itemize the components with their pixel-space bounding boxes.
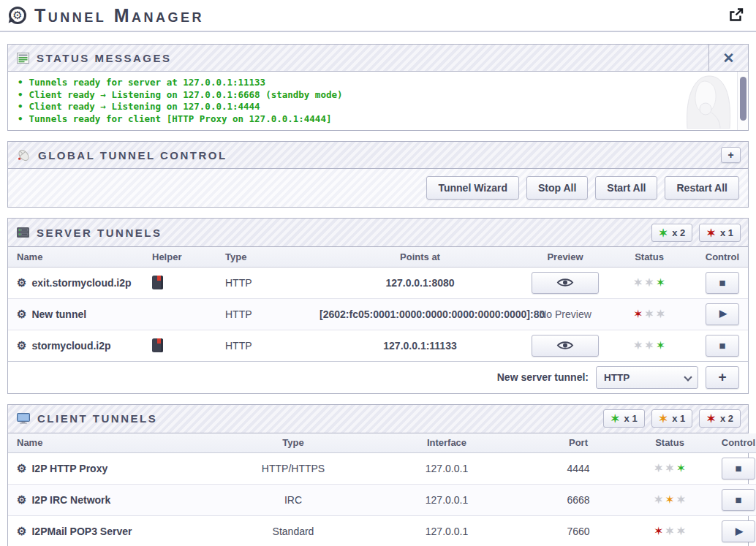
tunnel-type-select-wrap: HTTP (596, 366, 698, 389)
gear-icon: ⚙ (17, 276, 26, 289)
start-all-button[interactable]: Start All (595, 176, 657, 200)
green-star-count-badge: ✶x 2 (651, 224, 693, 242)
server-status-badges: ✶x 2✶x 1 (651, 219, 748, 246)
orange-star-count-badge: ✶x 1 (651, 409, 693, 428)
preview-cell (521, 330, 609, 361)
stop-all-button[interactable]: Stop All (526, 176, 588, 200)
red-star-count-badge: ✶x 1 (699, 224, 741, 242)
toggle-global-control-button[interactable]: + (721, 147, 741, 163)
tunnel-port: 6668 (527, 485, 630, 516)
control-cell: ■ (710, 485, 756, 516)
tunnel-name[interactable]: ⚙stormycloud.i2p (8, 330, 143, 361)
column-header-name: Name (8, 433, 220, 453)
client-tunnel-row: ⚙I2P IRC Network IRC 127.0.0.1 6668 ✶✶✶ … (8, 485, 756, 516)
new-server-tunnel-label: New server tunnel: (497, 371, 589, 383)
gray-star-icon: ✶ (656, 308, 665, 320)
eye-icon (556, 340, 574, 351)
gray-star-icon: ✶ (633, 339, 643, 352)
addressbook-helper-icon[interactable] (152, 276, 163, 289)
add-server-tunnel-button[interactable]: + (706, 366, 739, 389)
column-header-status: Status (630, 433, 710, 453)
client-tunnels-panel: Client Tunnels ✶x 1✶x 1✶x 2 Name Type In… (7, 404, 749, 546)
preview-cell (521, 267, 609, 298)
badge-count: x 1 (720, 227, 733, 238)
green-star-icon: ✶ (656, 339, 665, 352)
tunnel-type: HTTP/HTTPS (220, 453, 366, 485)
tunnel-type-select[interactable]: HTTP (596, 366, 698, 389)
server-tunnels-panel: Server Tunnels ✶x 2✶x 1 Name Helper Type… (7, 218, 749, 394)
global-tunnel-control-title: Global Tunnel Control (38, 149, 227, 162)
tunnel-name[interactable]: ⚙I2P IRC Network (8, 485, 220, 516)
column-header-preview: Preview (521, 247, 609, 267)
gray-star-icon: ✶ (665, 462, 674, 474)
stop-tunnel-button[interactable]: ■ (722, 489, 755, 511)
mouse-icon (17, 149, 31, 162)
server-tunnel-row: ⚙stormycloud.i2p HTTP 127.0.0.1:11133 ✶✶… (8, 330, 748, 361)
preview-button[interactable] (532, 335, 599, 357)
control-cell: ▶ (710, 516, 756, 546)
status-scrollbar[interactable] (737, 72, 748, 130)
points-at-value: 127.0.0.1:8080 (319, 267, 521, 298)
play-tunnel-button[interactable]: ▶ (706, 303, 739, 325)
tunnel-wizard-button[interactable]: Tunnel Wizard (426, 176, 519, 200)
server-tunnels-title: Server Tunnels (37, 227, 162, 239)
gear-icon: ⚙ (17, 308, 26, 320)
tunnel-name[interactable]: ⚙I2PMail POP3 Server (8, 516, 220, 546)
points-at-value: 127.0.0.1:11133 (319, 330, 521, 361)
green-star-icon: ✶ (676, 462, 686, 474)
gray-star-icon: ✶ (654, 462, 663, 474)
gray-star-icon: ✶ (644, 276, 654, 289)
stop-icon: ■ (735, 493, 741, 506)
gear-icon: ⚙ (17, 493, 26, 506)
client-status-badges: ✶x 1✶x 1✶x 2 (603, 405, 748, 433)
preview-button[interactable] (532, 272, 599, 294)
red-star-icon: ✶ (706, 413, 716, 424)
tunnel-type: HTTP (216, 267, 319, 298)
external-link-icon[interactable] (728, 8, 744, 23)
column-header-helper: Helper (143, 247, 216, 267)
addressbook-helper-icon[interactable] (152, 338, 163, 352)
red-star-count-badge: ✶x 2 (699, 409, 741, 428)
restart-all-button[interactable]: Restart All (665, 176, 739, 200)
gear-icon: ⚙ (17, 525, 26, 537)
status-messages-panel: Status Messages ✕ Tunnels ready for serv… (7, 44, 749, 131)
status-stars: ✶✶✶ (630, 453, 710, 485)
status-messages-body: Tunnels ready for server at 127.0.0.1:11… (8, 72, 748, 130)
status-messages-header: Status Messages ✕ (8, 45, 748, 72)
stop-tunnel-button[interactable]: ■ (722, 458, 755, 479)
tunnel-name[interactable]: ⚙I2P HTTP Proxy (8, 453, 220, 485)
green-star-icon: ✶ (659, 227, 668, 238)
green-star-icon: ✶ (611, 413, 620, 424)
column-header-name: Name (8, 247, 143, 267)
tunnel-type: Standard (220, 516, 366, 546)
status-stars: ✶✶✶ (630, 485, 710, 516)
client-tunnel-row: ⚙I2PMail POP3 Server Standard 127.0.0.1 … (8, 516, 756, 546)
server-table-header-row: Name Helper Type Points at Preview Statu… (8, 247, 748, 267)
tunnel-name[interactable]: ⚙New tunnel (8, 298, 143, 330)
gray-star-icon: ✶ (654, 493, 663, 506)
close-status-messages-button[interactable]: ✕ (708, 45, 748, 71)
badge-count: x 1 (624, 413, 638, 424)
tunnel-interface: 127.0.0.1 (366, 485, 527, 516)
green-star-icon: ✶ (656, 276, 665, 289)
column-header-port: Port (527, 433, 630, 453)
stop-tunnel-button[interactable]: ■ (706, 335, 739, 357)
global-tunnel-control-panel: Global Tunnel Control + Tunnel Wizard St… (7, 141, 749, 208)
status-stars: ✶✶✶ (630, 516, 710, 546)
column-header-type: Type (220, 433, 366, 453)
stop-tunnel-button[interactable]: ■ (706, 272, 739, 294)
tunnel-type: HTTP (216, 330, 319, 361)
tunnel-interface: 127.0.0.1 (366, 453, 527, 485)
status-message-list: Tunnels ready for server at 127.0.0.1:11… (8, 77, 748, 125)
gray-star-icon: ✶ (644, 308, 654, 320)
play-tunnel-button[interactable]: ▶ (722, 520, 755, 542)
tunnel-name[interactable]: ⚙exit.stormycloud.i2p (8, 267, 143, 298)
server-tunnels-header: Server Tunnels ✶x 2✶x 1 (8, 219, 748, 247)
status-stars: ✶✶✶ (609, 267, 689, 298)
scrollbar-thumb[interactable] (740, 77, 746, 121)
column-header-control: Control (710, 433, 756, 453)
gray-star-icon: ✶ (665, 525, 674, 537)
play-icon: ▶ (718, 308, 727, 319)
client-tunnel-row: ⚙I2P HTTP Proxy HTTP/HTTPS 127.0.0.1 444… (8, 453, 756, 485)
server-tunnels-table: Name Helper Type Points at Preview Statu… (8, 247, 748, 362)
